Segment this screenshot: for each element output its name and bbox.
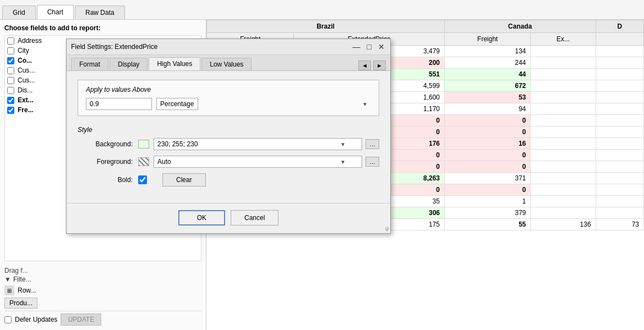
col-ext-ca: Ex... [531,33,596,46]
cell [596,103,643,115]
cell [531,184,596,196]
defer-label: Defer Updates [15,316,57,323]
defer-checkbox[interactable] [4,316,12,323]
field-checkbox-fre[interactable] [7,107,14,114]
cell [531,127,596,138]
cell [531,103,596,115]
tab-grid[interactable]: Grid [2,6,36,19]
select-arrow-icon: ▼ [362,101,368,107]
cell [596,173,643,184]
cell [531,173,596,184]
filter-text: Filte... [13,276,31,283]
cell: 1 [445,196,531,207]
dialog-body: Apply to values Above Percentage Value ▼… [67,71,390,203]
tab-nav: ◄ ► [358,61,386,70]
update-button[interactable]: UPDATE [61,314,101,326]
country-canada: Canada [445,20,596,33]
field-label-dis: Dis... [18,86,32,94]
field-label-co: Co... [18,57,32,64]
dialog-footer: OK Cancel [67,203,390,233]
background-swatch [138,140,149,148]
cell [531,161,596,173]
tab-format[interactable]: Format [71,58,108,70]
dialog-controls: — □ ✕ [352,42,386,51]
maximize-button[interactable]: □ [366,42,373,51]
tab-display[interactable]: Display [110,58,148,70]
clear-button[interactable]: Clear [162,173,206,186]
col-d [596,33,643,46]
field-checkbox-ext[interactable] [7,97,14,104]
field-checkbox-address[interactable] [7,37,14,45]
foreground-picker-button[interactable]: … [365,157,379,167]
cell [531,150,596,161]
cell: 55 [445,219,531,230]
tab-chart[interactable]: Chart [37,5,74,19]
cell: 371 [445,173,531,184]
tab-next-button[interactable]: ► [373,61,386,70]
style-title: Style [78,126,379,134]
tab-prev-button[interactable]: ◄ [358,61,371,70]
filter-icon: ▼ [4,276,11,283]
cell: 136 [531,219,596,230]
apply-select-wrapper: Percentage Value ▼ [156,98,371,110]
field-checkbox-cus2[interactable] [7,77,14,84]
resize-handle[interactable]: ⟱ [385,226,389,232]
cell [596,207,643,219]
cell [596,150,643,161]
cell [531,138,596,150]
row-icon: ⊞ [4,285,14,295]
cell [531,46,596,57]
foreground-row: Foreground: Auto ▼ … [78,156,379,168]
cell: 0 [445,115,531,127]
cell [531,115,596,127]
minimize-button[interactable]: — [352,42,362,51]
cell: 134 [445,46,531,57]
cell [596,184,643,196]
field-checkbox-dis[interactable] [7,87,14,94]
tab-highvalues[interactable]: High Values [149,57,200,70]
cell: 379 [445,207,531,219]
cell [531,57,596,69]
cell [531,92,596,103]
close-button[interactable]: ✕ [377,42,386,51]
apply-label: Apply to values Above [86,86,371,94]
dialog-title: Field Settings: ExtendedPrice [71,43,157,51]
bold-checkbox[interactable] [138,175,147,184]
bg-select-wrapper: 230; 255; 230 ▼ [154,138,362,150]
cell [596,80,643,92]
col-freight-ca: Freight [445,33,531,46]
background-label: Background: [78,140,138,148]
field-checkbox-co[interactable] [7,57,14,64]
apply-section: Apply to values Above Percentage Value ▼ [78,80,379,116]
cancel-button[interactable]: Cancel [231,210,279,226]
field-label-city: City [18,47,29,54]
country-brazil: Brazil [207,20,445,33]
apply-value-input[interactable] [86,98,152,110]
ok-button[interactable]: OK [178,210,225,226]
cell [596,196,643,207]
dialog-titlebar: Field Settings: ExtendedPrice — □ ✕ [67,39,390,55]
cell: 244 [445,57,531,69]
tab-rawdata[interactable]: Raw Data [75,6,125,19]
cell: 16 [445,138,531,150]
field-checkbox-city[interactable] [7,47,14,54]
cell [531,207,596,219]
field-settings-dialog: Field Settings: ExtendedPrice — □ ✕ Form… [66,38,391,234]
cell [596,161,643,173]
bold-row: Bold: Clear [78,173,379,186]
cell [596,69,643,80]
background-picker-button[interactable]: … [365,139,379,149]
tab-lowvalues[interactable]: Low Values [201,58,252,70]
product-section: Produ... [4,298,201,309]
cell [596,115,643,127]
field-checkbox-cus1[interactable] [7,67,14,74]
foreground-color-select[interactable]: Auto [154,156,362,168]
product-button[interactable]: Produ... [4,298,37,309]
cell: 0 [445,161,531,173]
foreground-swatch [138,157,149,166]
apply-type-select[interactable]: Percentage Value [156,98,198,110]
background-row: Background: 230; 255; 230 ▼ … [78,138,379,150]
cell: 94 [445,103,531,115]
cell: 73 [596,219,643,230]
background-color-select[interactable]: 230; 255; 230 [154,138,362,150]
